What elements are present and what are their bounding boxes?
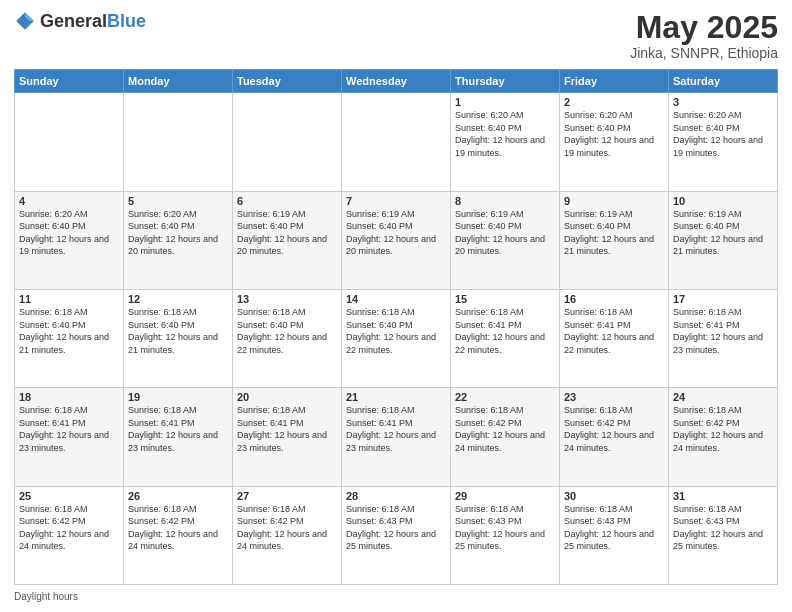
calendar-cell: 26Sunrise: 6:18 AMSunset: 6:42 PMDayligh… bbox=[124, 486, 233, 584]
day-number: 12 bbox=[128, 293, 228, 305]
day-number: 21 bbox=[346, 391, 446, 403]
calendar-cell bbox=[233, 93, 342, 191]
day-info: Sunrise: 6:18 AMSunset: 6:40 PMDaylight:… bbox=[237, 306, 337, 356]
day-number: 11 bbox=[19, 293, 119, 305]
day-number: 25 bbox=[19, 490, 119, 502]
logo: GeneralBlue bbox=[14, 10, 146, 32]
day-info: Sunrise: 6:18 AMSunset: 6:42 PMDaylight:… bbox=[19, 503, 119, 553]
calendar-cell: 1Sunrise: 6:20 AMSunset: 6:40 PMDaylight… bbox=[451, 93, 560, 191]
day-number: 2 bbox=[564, 96, 664, 108]
page: GeneralBlue May 2025 Jinka, SNNPR, Ethio… bbox=[0, 0, 792, 612]
calendar-cell: 2Sunrise: 6:20 AMSunset: 6:40 PMDaylight… bbox=[560, 93, 669, 191]
day-number: 8 bbox=[455, 195, 555, 207]
calendar-cell: 27Sunrise: 6:18 AMSunset: 6:42 PMDayligh… bbox=[233, 486, 342, 584]
day-number: 15 bbox=[455, 293, 555, 305]
day-info: Sunrise: 6:18 AMSunset: 6:41 PMDaylight:… bbox=[237, 404, 337, 454]
calendar-cell: 19Sunrise: 6:18 AMSunset: 6:41 PMDayligh… bbox=[124, 388, 233, 486]
day-info: Sunrise: 6:18 AMSunset: 6:42 PMDaylight:… bbox=[128, 503, 228, 553]
day-number: 13 bbox=[237, 293, 337, 305]
day-number: 28 bbox=[346, 490, 446, 502]
calendar-cell: 6Sunrise: 6:19 AMSunset: 6:40 PMDaylight… bbox=[233, 191, 342, 289]
calendar-cell: 10Sunrise: 6:19 AMSunset: 6:40 PMDayligh… bbox=[669, 191, 778, 289]
day-info: Sunrise: 6:20 AMSunset: 6:40 PMDaylight:… bbox=[564, 109, 664, 159]
calendar-cell: 28Sunrise: 6:18 AMSunset: 6:43 PMDayligh… bbox=[342, 486, 451, 584]
calendar-cell: 11Sunrise: 6:18 AMSunset: 6:40 PMDayligh… bbox=[15, 289, 124, 387]
day-info: Sunrise: 6:18 AMSunset: 6:41 PMDaylight:… bbox=[564, 306, 664, 356]
calendar-day-header: Tuesday bbox=[233, 70, 342, 93]
day-number: 16 bbox=[564, 293, 664, 305]
day-info: Sunrise: 6:18 AMSunset: 6:41 PMDaylight:… bbox=[455, 306, 555, 356]
day-info: Sunrise: 6:20 AMSunset: 6:40 PMDaylight:… bbox=[673, 109, 773, 159]
day-number: 23 bbox=[564, 391, 664, 403]
calendar-cell: 17Sunrise: 6:18 AMSunset: 6:41 PMDayligh… bbox=[669, 289, 778, 387]
calendar-table: SundayMondayTuesdayWednesdayThursdayFrid… bbox=[14, 69, 778, 585]
calendar-cell: 4Sunrise: 6:20 AMSunset: 6:40 PMDaylight… bbox=[15, 191, 124, 289]
calendar-cell: 31Sunrise: 6:18 AMSunset: 6:43 PMDayligh… bbox=[669, 486, 778, 584]
calendar-cell: 24Sunrise: 6:18 AMSunset: 6:42 PMDayligh… bbox=[669, 388, 778, 486]
day-number: 10 bbox=[673, 195, 773, 207]
day-number: 4 bbox=[19, 195, 119, 207]
calendar-cell: 22Sunrise: 6:18 AMSunset: 6:42 PMDayligh… bbox=[451, 388, 560, 486]
day-info: Sunrise: 6:20 AMSunset: 6:40 PMDaylight:… bbox=[19, 208, 119, 258]
day-info: Sunrise: 6:18 AMSunset: 6:41 PMDaylight:… bbox=[346, 404, 446, 454]
day-number: 29 bbox=[455, 490, 555, 502]
calendar-header-row: SundayMondayTuesdayWednesdayThursdayFrid… bbox=[15, 70, 778, 93]
calendar-cell: 15Sunrise: 6:18 AMSunset: 6:41 PMDayligh… bbox=[451, 289, 560, 387]
day-info: Sunrise: 6:19 AMSunset: 6:40 PMDaylight:… bbox=[673, 208, 773, 258]
calendar-cell: 30Sunrise: 6:18 AMSunset: 6:43 PMDayligh… bbox=[560, 486, 669, 584]
day-info: Sunrise: 6:18 AMSunset: 6:41 PMDaylight:… bbox=[673, 306, 773, 356]
day-info: Sunrise: 6:18 AMSunset: 6:40 PMDaylight:… bbox=[19, 306, 119, 356]
logo-general: General bbox=[40, 11, 107, 31]
calendar-day-header: Thursday bbox=[451, 70, 560, 93]
day-number: 9 bbox=[564, 195, 664, 207]
day-info: Sunrise: 6:19 AMSunset: 6:40 PMDaylight:… bbox=[237, 208, 337, 258]
calendar-cell: 18Sunrise: 6:18 AMSunset: 6:41 PMDayligh… bbox=[15, 388, 124, 486]
calendar-day-header: Sunday bbox=[15, 70, 124, 93]
day-info: Sunrise: 6:18 AMSunset: 6:42 PMDaylight:… bbox=[673, 404, 773, 454]
calendar-week-row: 11Sunrise: 6:18 AMSunset: 6:40 PMDayligh… bbox=[15, 289, 778, 387]
calendar-cell: 14Sunrise: 6:18 AMSunset: 6:40 PMDayligh… bbox=[342, 289, 451, 387]
calendar-cell: 25Sunrise: 6:18 AMSunset: 6:42 PMDayligh… bbox=[15, 486, 124, 584]
calendar-week-row: 18Sunrise: 6:18 AMSunset: 6:41 PMDayligh… bbox=[15, 388, 778, 486]
day-number: 6 bbox=[237, 195, 337, 207]
calendar-week-row: 25Sunrise: 6:18 AMSunset: 6:42 PMDayligh… bbox=[15, 486, 778, 584]
calendar-cell: 16Sunrise: 6:18 AMSunset: 6:41 PMDayligh… bbox=[560, 289, 669, 387]
calendar-cell bbox=[15, 93, 124, 191]
day-info: Sunrise: 6:18 AMSunset: 6:42 PMDaylight:… bbox=[455, 404, 555, 454]
day-info: Sunrise: 6:18 AMSunset: 6:42 PMDaylight:… bbox=[237, 503, 337, 553]
day-info: Sunrise: 6:18 AMSunset: 6:43 PMDaylight:… bbox=[673, 503, 773, 553]
calendar-week-row: 1Sunrise: 6:20 AMSunset: 6:40 PMDaylight… bbox=[15, 93, 778, 191]
location: Jinka, SNNPR, Ethiopia bbox=[630, 45, 778, 61]
calendar-cell: 29Sunrise: 6:18 AMSunset: 6:43 PMDayligh… bbox=[451, 486, 560, 584]
day-number: 22 bbox=[455, 391, 555, 403]
day-info: Sunrise: 6:19 AMSunset: 6:40 PMDaylight:… bbox=[346, 208, 446, 258]
calendar-cell: 7Sunrise: 6:19 AMSunset: 6:40 PMDaylight… bbox=[342, 191, 451, 289]
calendar-day-header: Saturday bbox=[669, 70, 778, 93]
day-number: 5 bbox=[128, 195, 228, 207]
calendar-cell bbox=[124, 93, 233, 191]
day-number: 20 bbox=[237, 391, 337, 403]
calendar-cell: 13Sunrise: 6:18 AMSunset: 6:40 PMDayligh… bbox=[233, 289, 342, 387]
calendar-cell: 23Sunrise: 6:18 AMSunset: 6:42 PMDayligh… bbox=[560, 388, 669, 486]
day-info: Sunrise: 6:18 AMSunset: 6:41 PMDaylight:… bbox=[128, 404, 228, 454]
day-number: 24 bbox=[673, 391, 773, 403]
day-number: 3 bbox=[673, 96, 773, 108]
title-block: May 2025 Jinka, SNNPR, Ethiopia bbox=[630, 10, 778, 61]
calendar-day-header: Friday bbox=[560, 70, 669, 93]
day-info: Sunrise: 6:18 AMSunset: 6:42 PMDaylight:… bbox=[564, 404, 664, 454]
day-number: 19 bbox=[128, 391, 228, 403]
footer-label: Daylight hours bbox=[14, 591, 78, 602]
day-info: Sunrise: 6:18 AMSunset: 6:43 PMDaylight:… bbox=[564, 503, 664, 553]
calendar-cell: 8Sunrise: 6:19 AMSunset: 6:40 PMDaylight… bbox=[451, 191, 560, 289]
day-number: 27 bbox=[237, 490, 337, 502]
day-info: Sunrise: 6:18 AMSunset: 6:43 PMDaylight:… bbox=[346, 503, 446, 553]
day-info: Sunrise: 6:18 AMSunset: 6:40 PMDaylight:… bbox=[346, 306, 446, 356]
day-number: 30 bbox=[564, 490, 664, 502]
day-number: 14 bbox=[346, 293, 446, 305]
day-info: Sunrise: 6:19 AMSunset: 6:40 PMDaylight:… bbox=[455, 208, 555, 258]
day-info: Sunrise: 6:19 AMSunset: 6:40 PMDaylight:… bbox=[564, 208, 664, 258]
day-info: Sunrise: 6:18 AMSunset: 6:43 PMDaylight:… bbox=[455, 503, 555, 553]
calendar-day-header: Wednesday bbox=[342, 70, 451, 93]
day-number: 18 bbox=[19, 391, 119, 403]
calendar-cell bbox=[342, 93, 451, 191]
